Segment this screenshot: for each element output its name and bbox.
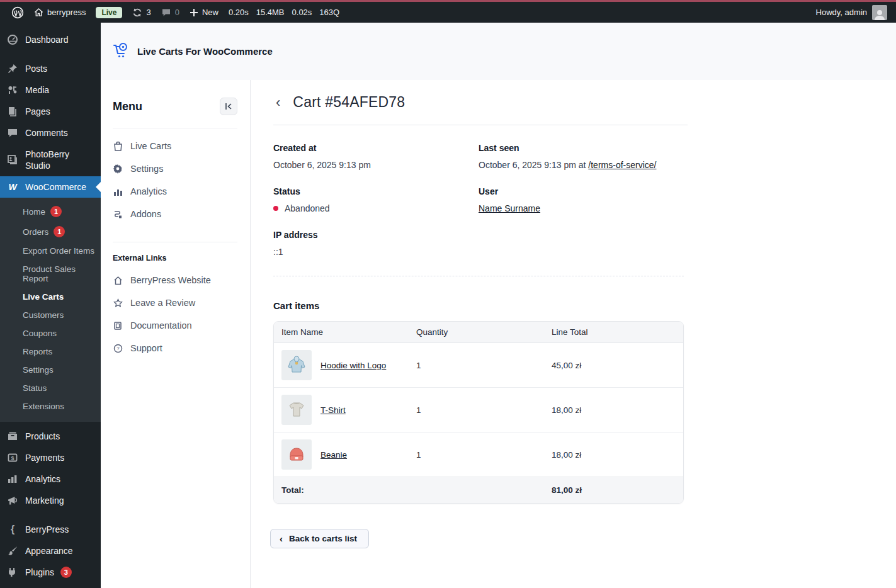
qty-cell: 1 [409,354,544,377]
title-divider [273,125,688,125]
sidebar-item-label: Media [25,84,49,96]
svg-text:?: ? [116,346,120,351]
sidebar-item-analytics[interactable]: Analytics [0,468,101,490]
total-cell: 18,00 zł [544,443,683,466]
submenu-item-export-order-items[interactable]: Export Order Items [0,242,101,260]
live-carts-logo-icon [112,41,131,62]
menu-item-analytics[interactable]: Analytics [113,180,237,203]
total-label: Total: [274,477,409,503]
product-link[interactable]: Hoodie with Logo [320,361,386,370]
menu-item-support[interactable]: ? Support [113,337,237,359]
sidebar-item-berrypress[interactable]: { BerryPress [0,519,101,540]
wordpress-logo-icon [11,6,24,19]
grand-total-value: 81,00 zł [544,477,683,503]
pages-icon [6,106,19,117]
pushpin-icon [6,63,19,74]
submenu-item-coupons[interactable]: Coupons [0,324,101,342]
updates-refresh-icon [132,8,142,18]
submenu-item-customers[interactable]: Customers [0,306,101,324]
menu-item-addons[interactable]: Addons [113,203,237,225]
sidebar-item-label: Products [25,431,60,442]
menu-item-leave-review[interactable]: Leave a Review [113,291,237,314]
comments-menu[interactable]: 0 [156,2,184,23]
submenu-item-orders[interactable]: Orders 1 [0,222,101,242]
submenu-item-extensions[interactable]: Extensions [0,397,101,416]
sidebar-item-pages[interactable]: Pages [0,101,101,122]
live-environment-badge: Live [91,2,127,23]
sidebar-item-marketing[interactable]: Marketing [0,490,101,511]
product-link[interactable]: Beanie [320,450,347,460]
menu-item-settings[interactable]: Settings [113,157,237,180]
sidebar-item-products[interactable]: Products [0,426,101,447]
sidebar-item-woocommerce[interactable]: W WooCommerce [0,176,101,198]
sidebar-item-label: Marketing [25,495,64,506]
submenu-item-product-sales-report[interactable]: Product Sales Report [0,260,101,288]
plugin-header: Live Carts For WooCommerce [101,23,896,80]
wp-admin-sidebar: Dashboard Posts Media Pages Comments [0,23,101,588]
menu-heading: Menu [113,100,142,113]
table-row: Beanie 1 18,00 zł [274,433,683,477]
sidebar-item-users[interactable]: Users [0,583,101,588]
submenu-item-home[interactable]: Home 1 [0,201,101,222]
user-field: User Name Surname [479,186,688,213]
chevron-left-icon: ‹ [280,533,283,544]
updates-menu[interactable]: 3 [127,2,156,23]
status-field: Status Abandoned [273,186,479,213]
qm-memory: 15.4MB [256,8,285,17]
submenu-item-status[interactable]: Status [0,379,101,397]
sidebar-item-label: Dashboard [25,34,69,45]
gear-icon [113,164,123,174]
sidebar-item-media[interactable]: Media [0,79,101,101]
sidebar-item-plugins[interactable]: Plugins 3 [0,562,101,583]
status-value: Abandoned [285,203,330,213]
submenu-item-live-carts[interactable]: Live Carts [0,288,101,306]
menu-item-documentation[interactable]: Documentation [113,314,237,337]
site-name: berrypress [47,8,86,17]
qty-cell: 1 [409,443,544,466]
back-chevron-icon[interactable]: ‹ [273,96,283,110]
sidebar-item-payments[interactable]: $ Payments [0,447,101,468]
total-cell: 45,00 zł [544,354,683,377]
site-name-link[interactable]: berrypress [29,2,91,23]
dashboard-gauge-icon [6,34,19,45]
sidebar-item-label: Payments [25,452,64,463]
query-monitor-stats[interactable]: 0.20s 15.4MB 0.02s 163Q [224,8,344,17]
last-seen-value: October 6, 2025 9:13 pm at [479,160,586,170]
user-link[interactable]: Name Surname [479,203,540,213]
bars-icon [113,187,123,196]
last-seen-page-link[interactable]: /terms-of-service/ [588,160,656,170]
sidebar-item-dashboard[interactable]: Dashboard [0,29,101,50]
bar-chart-icon [6,473,19,485]
submenu-item-reports[interactable]: Reports [0,342,101,361]
admin-bar: berrypress Live 3 0 New 0.20s 15.4MB 0.0… [0,2,896,23]
new-content-menu[interactable]: New [184,2,224,23]
megaphone-icon [6,495,19,506]
product-link[interactable]: T-Shirt [320,405,346,415]
sidebar-item-appearance[interactable]: Appearance [0,540,101,562]
woocommerce-submenu: Home 1 Orders 1 Export Order Items Produ… [0,198,101,422]
created-at-value: October 6, 2025 9:13 pm [273,160,479,170]
payments-icon: $ [6,452,19,463]
submenu-item-settings[interactable]: Settings [0,361,101,379]
back-to-carts-list-button[interactable]: ‹ Back to carts list [270,529,369,548]
sidebar-item-label: Posts [25,63,47,74]
sidebar-item-posts[interactable]: Posts [0,58,101,79]
plugins-badge: 3 [60,567,72,578]
wordpress-logo-menu[interactable] [6,2,29,23]
table-header-row: Item Name Quantity Line Total [274,322,683,343]
col-item-name: Item Name [274,322,409,342]
page-title: Cart #54AFED78 [293,94,405,111]
created-at-field: Created at October 6, 2025 9:13 pm [273,143,479,170]
sidebar-item-photoberry-studio[interactable]: PhotoBerry Studio [0,144,101,176]
sidebar-item-comments[interactable]: Comments [0,122,101,144]
menu-item-live-carts[interactable]: Live Carts [113,135,237,157]
tshirt-thumbnail [281,395,312,425]
qm-page-time: 0.20s [229,8,249,17]
user-avatar[interactable] [872,5,887,20]
hoodie-thumbnail [281,350,312,380]
collapse-menu-button[interactable] [220,98,237,115]
howdy-text[interactable]: Howdy, admin [816,8,867,17]
col-quantity: Quantity [409,322,544,342]
book-icon [113,321,123,331]
menu-item-berrypress-website[interactable]: BerryPress Website [113,269,237,291]
